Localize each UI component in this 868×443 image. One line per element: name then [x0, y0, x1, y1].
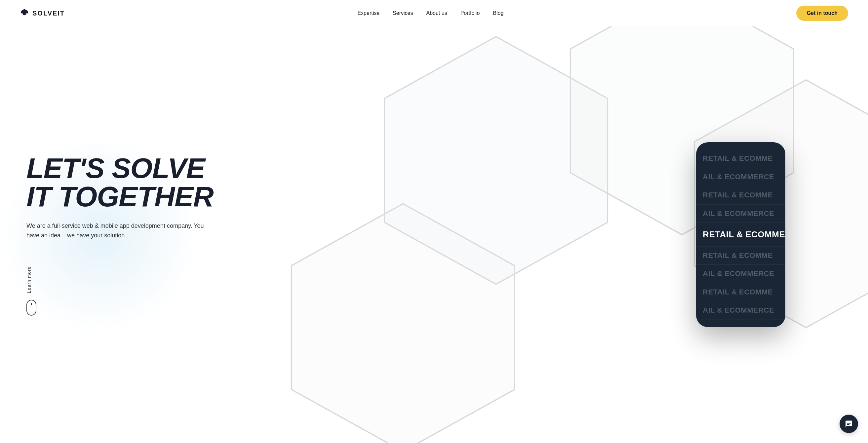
retail-scroll: RETAIL & ECOMMEAIL & ECOMMERCERETAIL & E… [696, 149, 785, 319]
svg-rect-8 [847, 423, 851, 423]
phone-screen: RETAIL & ECOMMEAIL & ECOMMERCERETAIL & E… [696, 142, 785, 327]
retail-item-4: RETAIL & ECOMMERCE [696, 223, 785, 247]
mouse-icon [26, 300, 36, 315]
solveit-logo-icon [20, 8, 29, 18]
nav-link-services[interactable]: Services [393, 10, 413, 16]
hero-title-line1: LET'S SOLVE [26, 152, 205, 184]
hero-title-line2: IT TOGETHER [26, 180, 214, 212]
get-in-touch-button[interactable]: Get in touch [796, 6, 848, 21]
nav-link-blog[interactable]: Blog [493, 10, 503, 16]
hero-title: LET'S SOLVE IT TOGETHER [26, 154, 214, 211]
svg-rect-9 [847, 424, 849, 425]
nav-item-about[interactable]: About us [426, 10, 447, 16]
learn-more-area[interactable]: Learn more [26, 260, 214, 315]
nav-item-portfolio[interactable]: Portfolio [460, 10, 480, 16]
navbar: SOLVEIT Expertise Services About us Port… [0, 0, 868, 26]
hero-subtitle: We are a full-service web & mobile app d… [26, 221, 205, 240]
nav-link-expertise[interactable]: Expertise [357, 10, 379, 16]
nav-item-expertise[interactable]: Expertise [357, 10, 379, 16]
learn-more-text[interactable]: Learn more [26, 260, 32, 293]
logo[interactable]: SOLVEIT [20, 8, 65, 18]
nav-link-about[interactable]: About us [426, 10, 447, 16]
retail-item-3: AIL & ECOMMERCE [696, 205, 785, 223]
nav-link-portfolio[interactable]: Portfolio [460, 10, 480, 16]
nav-links: Expertise Services About us Portfolio Bl… [357, 10, 503, 16]
chat-bubble-button[interactable] [840, 415, 858, 433]
chat-icon [845, 420, 853, 428]
retail-item-2: RETAIL & ECOMME [696, 186, 785, 204]
retail-item-5: RETAIL & ECOMME [696, 247, 785, 265]
retail-item-1: AIL & ECOMMERCE [696, 168, 785, 186]
hero-section: LET'S SOLVE IT TOGETHER We are a full-se… [0, 26, 868, 443]
retail-item-6: AIL & ECOMMERCE [696, 265, 785, 283]
retail-item-7: RETAIL & ECOMME [696, 283, 785, 301]
retail-item-0: RETAIL & ECOMME [696, 149, 785, 168]
hero-content: LET'S SOLVE IT TOGETHER We are a full-se… [0, 154, 214, 315]
nav-item-services[interactable]: Services [393, 10, 413, 16]
nav-item-blog[interactable]: Blog [493, 10, 503, 16]
phone-mockup: RETAIL & ECOMMEAIL & ECOMMERCERETAIL & E… [696, 142, 785, 327]
phone-mockup-container: RETAIL & ECOMMEAIL & ECOMMERCERETAIL & E… [696, 142, 785, 327]
retail-item-8: AIL & ECOMMERCE [696, 301, 785, 319]
logo-text: SOLVEIT [32, 9, 65, 17]
